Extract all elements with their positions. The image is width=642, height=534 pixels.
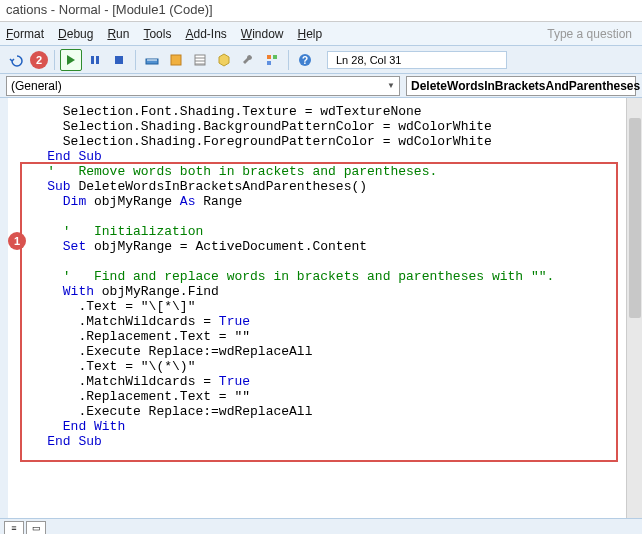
svg-rect-2 <box>115 56 123 64</box>
callout-2: 2 <box>30 51 48 69</box>
toolbar-sep <box>288 50 289 70</box>
code-content[interactable]: Selection.Font.Shading.Texture = wdTextu… <box>8 98 642 455</box>
design-mode-button[interactable] <box>141 49 163 71</box>
object-browser-button[interactable] <box>213 49 235 71</box>
menu-debug[interactable]: Debug <box>58 27 93 41</box>
callout-1: 1 <box>8 232 26 250</box>
help-button[interactable]: ? <box>294 49 316 71</box>
procedure-dropdown[interactable]: DeleteWordsInBracketsAndParentheses <box>406 76 636 96</box>
vertical-scrollbar[interactable] <box>626 98 642 518</box>
stop-button[interactable] <box>108 49 130 71</box>
search-box[interactable]: Type a question <box>543 26 636 42</box>
title-bar: cations - Normal - [Module1 (Code)] <box>0 0 642 22</box>
toolbar: 2 ? Ln 28, Col 31 <box>0 46 642 74</box>
object-dropdown[interactable]: (General) ▼ <box>6 76 400 96</box>
code-editor[interactable]: Selection.Font.Shading.Texture = wdTextu… <box>0 98 642 518</box>
undo-icon <box>9 53 23 67</box>
menu-tools[interactable]: Tools <box>143 27 171 41</box>
run-button[interactable] <box>60 49 82 71</box>
help-icon: ? <box>298 53 312 67</box>
menu-bar: Format Debug Run Tools Add-Ins Window He… <box>0 22 642 46</box>
svg-rect-4 <box>171 55 181 65</box>
full-module-view-tab[interactable]: ▭ <box>26 521 46 535</box>
toolbox-button[interactable] <box>237 49 259 71</box>
dropdown-bar: (General) ▼ DeleteWordsInBracketsAndPare… <box>0 74 642 98</box>
menu-addins[interactable]: Add-Ins <box>185 27 226 41</box>
ruler-icon <box>145 53 159 67</box>
svg-rect-1 <box>96 56 99 64</box>
stop-icon <box>114 55 124 65</box>
grid-icon <box>265 53 279 67</box>
window-title: cations - Normal - [Module1 (Code)] <box>6 2 213 17</box>
procedure-view-tab[interactable]: ≡ <box>4 521 24 535</box>
menu-help[interactable]: Help <box>298 27 323 41</box>
svg-rect-8 <box>267 61 271 65</box>
menu-window[interactable]: Window <box>241 27 284 41</box>
svg-text:?: ? <box>302 55 308 66</box>
view-tabs: ≡ ▭ <box>0 518 642 534</box>
tab-order-button[interactable] <box>261 49 283 71</box>
folder-tree-icon <box>169 53 183 67</box>
project-explorer-button[interactable] <box>165 49 187 71</box>
play-icon <box>66 55 76 65</box>
menu-run[interactable]: Run <box>107 27 129 41</box>
pause-icon <box>90 55 100 65</box>
object-dropdown-value: (General) <box>11 79 62 93</box>
properties-button[interactable] <box>189 49 211 71</box>
scrollbar-thumb[interactable] <box>629 118 641 318</box>
undo-button[interactable] <box>5 49 27 71</box>
svg-rect-7 <box>273 55 277 59</box>
wrench-icon <box>241 53 255 67</box>
properties-icon <box>193 53 207 67</box>
pause-button[interactable] <box>84 49 106 71</box>
procedure-dropdown-value: DeleteWordsInBracketsAndParentheses <box>411 79 640 93</box>
toolbar-sep <box>54 50 55 70</box>
toolbar-sep <box>135 50 136 70</box>
svg-rect-0 <box>91 56 94 64</box>
svg-rect-6 <box>267 55 271 59</box>
menu-format[interactable]: Format <box>6 27 44 41</box>
cursor-position: Ln 28, Col 31 <box>327 51 507 69</box>
cube-icon <box>217 53 231 67</box>
chevron-down-icon: ▼ <box>387 81 395 90</box>
